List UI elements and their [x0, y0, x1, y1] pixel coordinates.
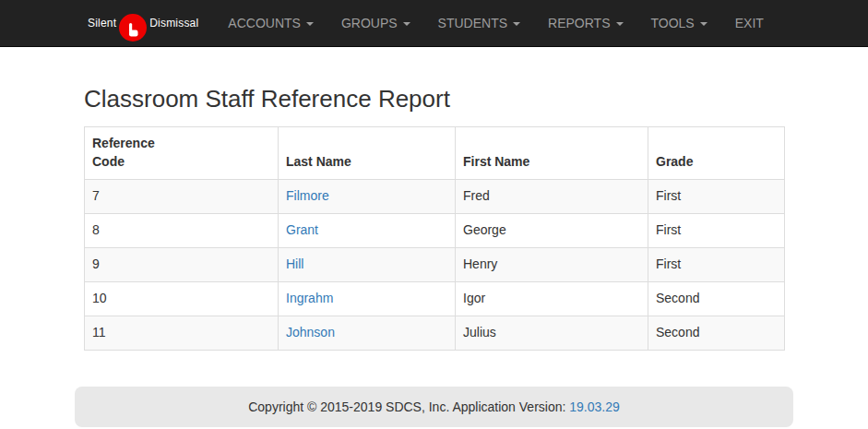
table-row: 8 Grant George First [85, 213, 785, 247]
caret-down-icon [306, 22, 314, 26]
caret-down-icon [513, 22, 520, 26]
brand-text-silent: Silent [88, 17, 116, 30]
cell-grade: First [648, 213, 785, 247]
cell-grade: First [648, 179, 785, 213]
cell-last-name: Johnson [279, 316, 456, 350]
app-version-link[interactable]: 19.03.29 [569, 399, 620, 414]
cell-first-name: George [456, 213, 648, 247]
last-name-link[interactable]: Grant [286, 222, 318, 237]
silent-dismissal-logo-icon [119, 14, 147, 42]
nav-item-exit[interactable]: EXIT [721, 0, 778, 46]
nav-item-label: TOOLS [651, 16, 695, 30]
nav-item-groups[interactable]: GROUPS [327, 0, 424, 46]
column-header-grade: Grade [648, 127, 785, 180]
cell-last-name: Grant [279, 213, 456, 247]
cell-reference-code: 9 [85, 247, 279, 281]
main-content: Classroom Staff Reference Report Referen… [84, 85, 784, 351]
cell-last-name: Ingrahm [279, 281, 456, 316]
navbar-menu: ACCOUNTS GROUPS STUDENTS REPORTS TOOLS E… [214, 0, 777, 46]
table-row: 7 Filmore Fred First [85, 179, 785, 213]
cell-first-name: Henry [456, 247, 648, 281]
last-name-link[interactable]: Ingrahm [286, 291, 333, 305]
column-header-last-name: Last Name [279, 127, 456, 180]
cell-reference-code: 11 [85, 316, 279, 350]
caret-down-icon [403, 22, 410, 26]
last-name-link[interactable]: Hill [286, 256, 303, 271]
column-header-first-name: First Name [456, 127, 648, 180]
cell-reference-code: 7 [85, 179, 279, 213]
caret-down-icon [616, 22, 624, 26]
cell-last-name: Hill [279, 247, 456, 281]
page-title: Classroom Staff Reference Report [84, 85, 784, 113]
cell-first-name: Fred [456, 179, 648, 213]
table-row: 11 Johnson Julius Second [85, 316, 785, 350]
cell-first-name: Julius [456, 316, 648, 350]
nav-item-label: REPORTS [548, 16, 610, 30]
brand-logo[interactable]: Silent Dismissal [88, 0, 198, 46]
table-row: 9 Hill Henry First [85, 247, 785, 281]
column-header-reference-code: Reference Code [85, 127, 279, 180]
nav-item-label: EXIT [735, 16, 764, 30]
nav-item-accounts[interactable]: ACCOUNTS [214, 0, 327, 46]
staff-reference-table: Reference Code Last Name First Name Grad… [84, 126, 785, 351]
nav-item-reports[interactable]: REPORTS [534, 0, 636, 46]
last-name-link[interactable]: Filmore [286, 188, 329, 203]
cell-grade: First [648, 247, 785, 281]
last-name-link[interactable]: Johnson [286, 325, 335, 340]
footer-well: Copyright © 2015-2019 SDCS, Inc. Applica… [75, 387, 793, 427]
caret-down-icon [700, 22, 707, 26]
table-header-row: Reference Code Last Name First Name Grad… [85, 127, 785, 180]
nav-item-label: GROUPS [341, 16, 398, 30]
cell-reference-code: 10 [85, 281, 279, 316]
cell-last-name: Filmore [279, 179, 456, 213]
nav-item-label: STUDENTS [438, 16, 507, 30]
copyright-text: Copyright © 2015-2019 SDCS, Inc. Applica… [248, 399, 565, 414]
brand-text-dismissal: Dismissal [149, 17, 198, 30]
nav-item-students[interactable]: STUDENTS [424, 0, 534, 46]
nav-item-tools[interactable]: TOOLS [637, 0, 721, 46]
table-row: 10 Ingrahm Igor Second [85, 281, 785, 316]
cell-grade: Second [648, 316, 785, 350]
nav-item-label: ACCOUNTS [228, 16, 301, 30]
cell-first-name: Igor [456, 281, 648, 316]
navbar: Silent Dismissal ACCOUNTS GROUPS STUDENT… [0, 0, 868, 47]
cell-reference-code: 8 [85, 213, 279, 247]
cell-grade: Second [648, 281, 785, 316]
